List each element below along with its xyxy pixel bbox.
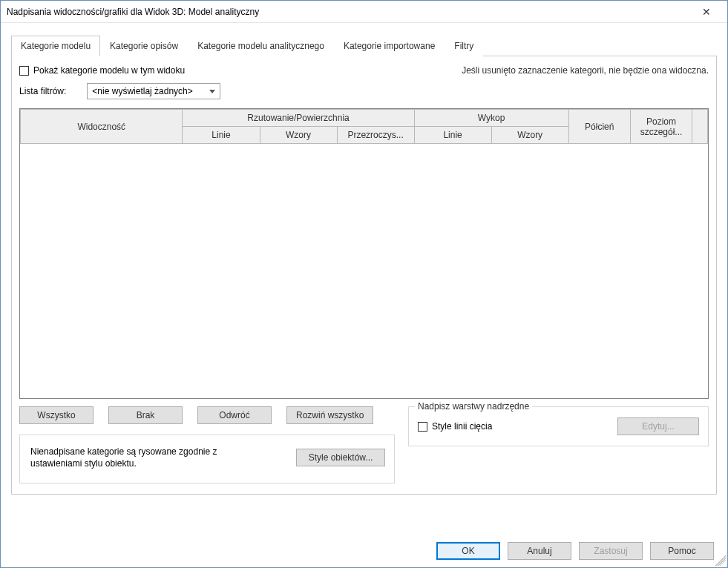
categories-grid[interactable]: Widoczność Rzutowanie/Powierzchnia Wykop… [19,108,709,399]
filter-list-value: <nie wyświetlaj żadnych> [92,86,192,96]
window-title: Nadpisania widoczności/grafiki dla Widok… [7,7,259,17]
checkbox-icon [19,66,29,76]
chevron-down-icon [209,90,215,93]
none-button[interactable]: Brak [108,406,183,424]
col-halftone[interactable]: Półcień [568,110,630,144]
override-host-layers-group: Nadpisz warstwy nadrzędne Style linii ci… [408,406,709,446]
tabstrip: Kategorie modelu Kategorie opisów Katego… [11,35,717,56]
col-cut-lines[interactable]: Linie [414,127,491,144]
show-categories-label: Pokaż kategorie modelu w tym widoku [33,65,185,76]
col-visibility[interactable]: Widoczność [21,110,183,144]
cancel-button[interactable]: Anuluj [508,542,571,560]
all-button[interactable]: Wszystko [19,406,94,424]
info-box: Nienadpisane kategorie są rysowane zgodn… [19,435,395,483]
object-styles-button[interactable]: Style obiektów... [296,449,385,466]
tab-panel: Pokaż kategorie modelu w tym widoku Jeśl… [11,56,717,495]
selection-buttons: Wszystko Brak Odwróć Rozwiń wszystko [19,406,395,424]
dialog-footer: OK Anuluj Zastosuj Pomoc [436,542,714,560]
tab-imported-categories[interactable]: Kategorie importowane [334,36,445,56]
grid-body-empty [20,144,708,399]
cut-line-styles-checkbox[interactable]: Style linii cięcia [418,421,492,432]
content-area: Kategorie modelu Kategorie opisów Katego… [1,23,727,502]
col-projection-surface[interactable]: Rzutowanie/Powierzchnia [183,110,414,127]
lower-left: Wszystko Brak Odwróć Rozwiń wszystko Nie… [19,406,395,483]
tab-model-categories[interactable]: Kategorie modelu [11,36,100,56]
ok-button[interactable]: OK [436,542,500,560]
dialog-window: Nadpisania widoczności/grafiki dla Widok… [0,0,728,568]
row-show-hint: Pokaż kategorie modelu w tym widoku Jeśl… [19,65,709,76]
checkbox-icon [418,422,427,432]
filter-list-label: Lista filtrów: [19,86,66,96]
col-spacer [692,110,708,144]
lower-area: Wszystko Brak Odwróć Rozwiń wszystko Nie… [19,406,709,483]
help-button[interactable]: Pomoc [650,542,714,560]
row-filter-list: Lista filtrów: <nie wyświetlaj żadnych> [19,83,709,99]
tab-filters[interactable]: Filtry [445,36,483,56]
col-detail[interactable]: Poziom szczegół... [630,110,692,144]
grid-header-table: Widoczność Rzutowanie/Powierzchnia Wykop… [20,109,708,144]
hint-text: Jeśli usunięto zaznaczenie kategorii, ni… [462,65,709,76]
filter-list-select[interactable]: <nie wyświetlaj żadnych> [87,83,220,99]
expand-all-button[interactable]: Rozwiń wszystko [286,406,373,424]
col-cut-patterns[interactable]: Wzory [491,127,568,144]
tab-analytical-model-categories[interactable]: Kategorie modelu analitycznego [188,36,334,56]
edit-button: Edytuj... [617,417,699,435]
show-categories-checkbox[interactable]: Pokaż kategorie modelu w tym widoku [19,65,185,76]
info-text: Nienadpisane kategorie są rysowane zgodn… [30,446,238,469]
tab-annotation-categories[interactable]: Kategorie opisów [100,36,188,56]
col-proj-transparency[interactable]: Przezroczys... [337,127,414,144]
close-icon[interactable]: ✕ [692,1,721,22]
group-legend: Nadpisz warstwy nadrzędne [415,401,532,412]
invert-button[interactable]: Odwróć [197,406,272,424]
col-proj-lines[interactable]: Linie [183,127,260,144]
apply-button: Zastosuj [579,542,643,560]
col-cut[interactable]: Wykop [414,110,568,127]
col-proj-patterns[interactable]: Wzory [260,127,337,144]
resize-grip-icon[interactable] [715,555,726,566]
cut-line-styles-label: Style linii cięcia [432,421,492,432]
titlebar: Nadpisania widoczności/grafiki dla Widok… [1,1,727,23]
